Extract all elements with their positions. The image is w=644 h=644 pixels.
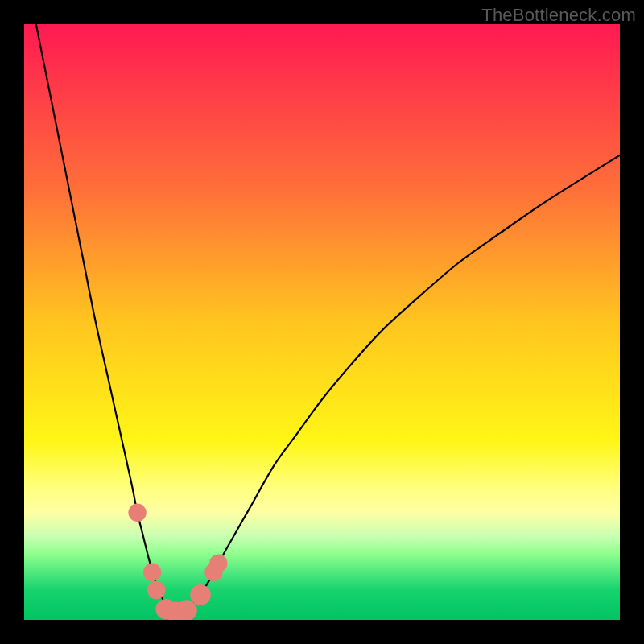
gradient-background: [24, 24, 620, 620]
chart-frame: TheBottleneck.com: [0, 0, 644, 644]
data-marker: [190, 584, 211, 605]
data-marker: [143, 564, 161, 581]
watermark-label: TheBottleneck.com: [481, 5, 636, 26]
chart-svg: [24, 24, 620, 620]
data-marker: [128, 504, 146, 522]
chart-plot-area: [24, 24, 620, 620]
data-marker: [209, 555, 227, 572]
data-marker: [176, 600, 197, 620]
data-marker: [147, 581, 165, 599]
